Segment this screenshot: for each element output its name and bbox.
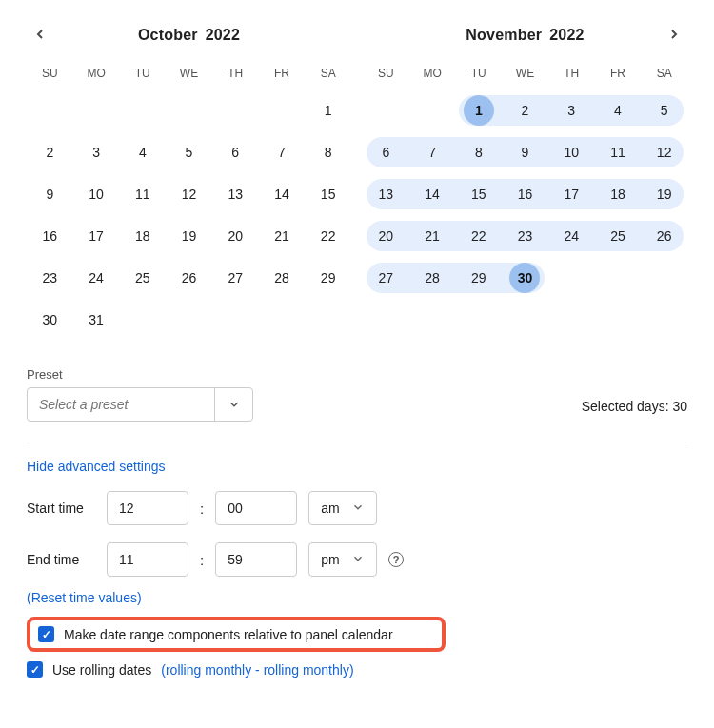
chevron-down-icon — [351, 501, 365, 517]
calendar-day-number: 30 — [34, 305, 65, 335]
calendar-day[interactable]: 30 — [502, 257, 548, 299]
calendar-day[interactable]: 14 — [259, 173, 306, 215]
calendar-day — [27, 89, 73, 131]
start-hour-input[interactable]: 12 — [107, 491, 188, 525]
rolling-dates-detail[interactable]: (rolling monthly - rolling monthly) — [161, 662, 353, 678]
calendar-day[interactable]: 15 — [455, 173, 502, 215]
chevron-down-icon — [214, 388, 252, 421]
calendar-day[interactable]: 1 — [455, 89, 502, 131]
calendar-day[interactable]: 18 — [595, 173, 642, 215]
calendar-day[interactable]: 13 — [363, 173, 409, 215]
calendar-day[interactable]: 28 — [409, 257, 456, 299]
calendar-day[interactable]: 10 — [548, 131, 595, 173]
calendar-day[interactable]: 12 — [641, 131, 687, 173]
calendar-day[interactable]: 4 — [119, 131, 166, 173]
calendar-day[interactable]: 7 — [409, 131, 456, 173]
calendar-day[interactable]: 4 — [595, 89, 642, 131]
calendar-day[interactable]: 29 — [455, 257, 502, 299]
calendar-day-number: 28 — [417, 263, 447, 293]
calendar-day[interactable]: 9 — [502, 131, 548, 173]
calendar-day[interactable]: 26 — [166, 257, 212, 299]
calendar-day-number: 4 — [128, 137, 158, 167]
calendar-day[interactable]: 9 — [27, 173, 73, 215]
calendar-day[interactable]: 23 — [27, 257, 73, 299]
end-ampm-select[interactable]: pm — [308, 542, 377, 577]
calendar-day-number: 18 — [603, 179, 633, 209]
calendar-day[interactable]: 26 — [641, 215, 687, 257]
calendar-day[interactable]: 6 — [212, 131, 259, 173]
calendar-day-number: 14 — [417, 179, 447, 209]
start-minute-input[interactable]: 00 — [215, 491, 297, 525]
calendar-day[interactable]: 16 — [502, 173, 548, 215]
day-of-week-header: SA — [641, 61, 687, 89]
calendar-day-number: 28 — [267, 263, 297, 293]
toggle-advanced-settings[interactable]: Hide advanced settings — [27, 459, 687, 474]
day-of-week-header: SA — [305, 61, 351, 89]
calendar-day[interactable]: 2 — [27, 131, 73, 173]
calendar-day[interactable]: 5 — [166, 131, 212, 173]
calendar-day[interactable]: 11 — [119, 173, 166, 215]
calendar-day[interactable]: 8 — [305, 131, 351, 173]
calendar-day[interactable]: 29 — [305, 257, 351, 299]
time-colon: : — [200, 501, 204, 517]
calendar-day-number: 13 — [220, 179, 250, 209]
calendar-day[interactable]: 19 — [166, 215, 212, 257]
calendar-day — [548, 257, 595, 299]
calendar-day[interactable]: 28 — [259, 257, 306, 299]
calendar-day[interactable]: 24 — [73, 257, 120, 299]
calendar-day[interactable]: 15 — [305, 173, 351, 215]
calendar-day[interactable]: 16 — [27, 215, 73, 257]
day-of-week-header: TU — [455, 61, 502, 89]
end-hour-input[interactable]: 11 — [107, 542, 188, 577]
calendar-day[interactable]: 19 — [641, 173, 687, 215]
day-of-week-header: SU — [27, 61, 73, 89]
calendar-day[interactable]: 5 — [641, 89, 687, 131]
calendar-day[interactable]: 3 — [73, 131, 120, 173]
calendar-day[interactable]: 31 — [73, 299, 120, 341]
calendar-day[interactable]: 1 — [305, 89, 351, 131]
calendar-day-number: 3 — [556, 95, 586, 126]
calendar-day[interactable]: 25 — [595, 215, 642, 257]
prev-month-button[interactable] — [27, 21, 53, 48]
calendar-day[interactable]: 6 — [363, 131, 409, 173]
info-icon[interactable]: ? — [388, 552, 404, 567]
calendar-day-number: 21 — [417, 221, 447, 251]
calendar-day[interactable]: 21 — [259, 215, 306, 257]
calendar-day[interactable]: 8 — [455, 131, 502, 173]
calendar-day-number: 16 — [34, 221, 65, 251]
next-month-button[interactable] — [661, 21, 687, 48]
day-of-week-header: FR — [259, 61, 306, 89]
calendar-day[interactable]: 17 — [73, 215, 120, 257]
calendar-day[interactable]: 20 — [212, 215, 259, 257]
calendar-day[interactable]: 17 — [548, 173, 595, 215]
calendar-day[interactable]: 27 — [212, 257, 259, 299]
calendar-day[interactable]: 13 — [212, 173, 259, 215]
calendar-day[interactable]: 20 — [363, 215, 409, 257]
calendar-day[interactable]: 23 — [502, 215, 548, 257]
calendar-day[interactable]: 27 — [363, 257, 409, 299]
calendar-day[interactable]: 22 — [305, 215, 351, 257]
calendar-day[interactable]: 30 — [27, 299, 73, 341]
end-minute-input[interactable]: 59 — [215, 542, 297, 577]
preset-select[interactable]: Select a preset — [27, 387, 253, 422]
reset-time-values[interactable]: (Reset time values) — [27, 590, 687, 605]
calendar-day[interactable]: 12 — [166, 173, 212, 215]
relative-checkbox[interactable]: ✓ — [38, 626, 54, 642]
calendar-day[interactable]: 25 — [119, 257, 166, 299]
calendar-day[interactable]: 2 — [502, 89, 548, 131]
rolling-dates-label: Use rolling dates — [52, 662, 151, 678]
start-ampm-select[interactable]: am — [308, 491, 377, 525]
calendar-day — [595, 257, 642, 299]
calendar-day[interactable]: 21 — [409, 215, 456, 257]
calendar-day[interactable]: 11 — [595, 131, 642, 173]
calendar-day[interactable]: 7 — [259, 131, 306, 173]
calendar-day[interactable]: 24 — [548, 215, 595, 257]
calendar-day[interactable]: 3 — [548, 89, 595, 131]
calendar-day[interactable]: 18 — [119, 215, 166, 257]
calendar-day[interactable]: 14 — [409, 173, 456, 215]
calendar-day[interactable]: 22 — [455, 215, 502, 257]
calendar-day — [119, 89, 166, 131]
rolling-dates-checkbox[interactable]: ✓ — [27, 661, 43, 678]
calendar-day[interactable]: 10 — [73, 173, 120, 215]
calendar-day-number: 23 — [34, 263, 65, 293]
